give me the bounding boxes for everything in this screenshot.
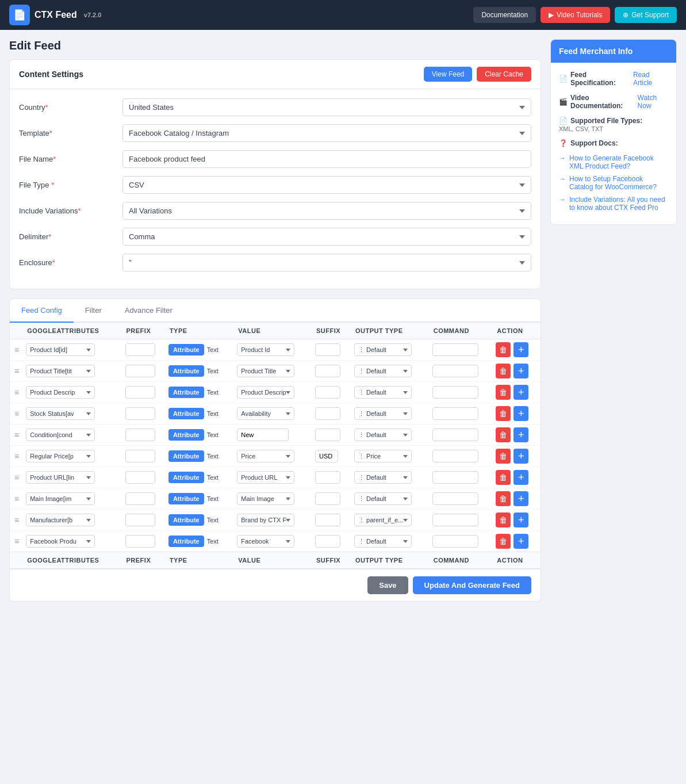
value-select[interactable]: Brand by CTX F: [237, 514, 294, 526]
prefix-input[interactable]: [125, 343, 155, 356]
drag-handle-icon[interactable]: ≡: [12, 452, 21, 461]
attribute-button[interactable]: Attribute: [168, 408, 204, 419]
prefix-input[interactable]: [125, 471, 155, 484]
command-input[interactable]: [432, 492, 478, 505]
suffix-input[interactable]: [315, 471, 340, 484]
attribute-button[interactable]: Attribute: [168, 365, 204, 377]
delimiter-select[interactable]: Comma Tab Semicolon: [122, 228, 531, 246]
suffix-input[interactable]: [315, 514, 340, 526]
output-select[interactable]: ⋮ Default: [354, 492, 412, 505]
output-select[interactable]: ⋮ Price: [354, 450, 412, 462]
add-button[interactable]: +: [513, 534, 528, 549]
support-link-3[interactable]: → Include Variations: All you need to kn…: [559, 196, 668, 212]
drag-handle-icon[interactable]: ≡: [12, 494, 21, 503]
attribute-button[interactable]: Attribute: [168, 493, 204, 504]
file-name-input[interactable]: [122, 150, 531, 168]
add-button[interactable]: +: [513, 385, 528, 400]
suffix-input[interactable]: [315, 365, 340, 377]
add-button[interactable]: +: [513, 406, 528, 421]
delete-button[interactable]: 🗑: [496, 491, 511, 506]
add-button[interactable]: +: [513, 449, 528, 464]
output-select[interactable]: ⋮ Default: [354, 365, 412, 377]
get-support-button[interactable]: ⊕ Get Support: [615, 7, 677, 23]
suffix-input[interactable]: [315, 450, 338, 462]
generate-button[interactable]: Update And Generate Feed: [413, 576, 531, 594]
command-input[interactable]: [432, 471, 478, 484]
value-select[interactable]: Price: [237, 450, 294, 462]
country-select[interactable]: United States United Kingdom Canada: [122, 98, 531, 116]
enclosure-select[interactable]: " ' None: [122, 254, 531, 271]
add-button[interactable]: +: [513, 491, 528, 506]
output-select[interactable]: ⋮ Default: [354, 471, 412, 484]
google-attr-select[interactable]: Regular Price[p: [26, 450, 95, 462]
delete-button[interactable]: 🗑: [496, 342, 511, 357]
google-attr-select[interactable]: Product Descrip: [26, 386, 95, 399]
attribute-button[interactable]: Attribute: [168, 387, 204, 398]
attribute-button[interactable]: Attribute: [168, 429, 204, 441]
command-input[interactable]: [432, 386, 478, 399]
command-input[interactable]: [432, 429, 478, 441]
output-select[interactable]: ⋮ Default: [354, 386, 412, 399]
drag-handle-icon[interactable]: ≡: [12, 409, 21, 418]
drag-handle-icon[interactable]: ≡: [12, 473, 21, 482]
spec-read-article-link[interactable]: Read Article: [633, 71, 668, 87]
add-button[interactable]: +: [513, 342, 528, 357]
delete-button[interactable]: 🗑: [496, 385, 511, 400]
video-tutorials-button[interactable]: ▶ Video Tutorials: [541, 7, 610, 23]
support-link-2[interactable]: → How to Setup Facebook Catalog for WooC…: [559, 175, 668, 191]
drag-handle-icon[interactable]: ≡: [12, 366, 21, 376]
prefix-input[interactable]: [125, 514, 155, 526]
output-select[interactable]: ⋮ Default: [354, 535, 412, 548]
support-link-1[interactable]: → How to Generate Facebook XML Product F…: [559, 154, 668, 170]
tab-filter[interactable]: Filter: [74, 299, 113, 323]
attribute-button[interactable]: Attribute: [168, 514, 204, 526]
add-button[interactable]: +: [513, 427, 528, 442]
google-attr-select[interactable]: Product Title[tit: [26, 365, 95, 377]
delete-button[interactable]: 🗑: [496, 427, 511, 442]
prefix-input[interactable]: [125, 429, 155, 441]
drag-handle-icon[interactable]: ≡: [12, 388, 21, 397]
add-button[interactable]: +: [513, 470, 528, 485]
suffix-input[interactable]: [315, 492, 340, 505]
template-select[interactable]: Facebook Catalog / Instagram Google Shop…: [122, 124, 531, 142]
delete-button[interactable]: 🗑: [496, 406, 511, 421]
drag-handle-icon[interactable]: ≡: [12, 515, 21, 525]
suffix-input[interactable]: [315, 535, 340, 548]
value-select[interactable]: Product Id: [237, 343, 294, 356]
prefix-input[interactable]: [125, 365, 155, 377]
delete-button[interactable]: 🗑: [496, 364, 511, 378]
delete-button[interactable]: 🗑: [496, 470, 511, 485]
attribute-button[interactable]: Attribute: [168, 472, 204, 483]
drag-handle-icon[interactable]: ≡: [12, 537, 21, 546]
add-button[interactable]: +: [513, 513, 528, 527]
command-input[interactable]: [432, 343, 478, 356]
suffix-input[interactable]: [315, 343, 340, 356]
command-input[interactable]: [432, 407, 478, 420]
include-variations-select[interactable]: All Variations None Only Parent: [122, 202, 531, 220]
google-attr-select[interactable]: Product URL[lin: [26, 471, 95, 484]
value-select[interactable]: Product URL: [237, 471, 294, 484]
prefix-input[interactable]: [125, 492, 155, 505]
value-select[interactable]: Main Image: [237, 492, 294, 505]
save-button[interactable]: Save: [367, 576, 408, 594]
add-button[interactable]: +: [513, 364, 528, 378]
drag-handle-icon[interactable]: ≡: [12, 345, 21, 354]
google-attr-select[interactable]: Facebook Produ: [26, 535, 95, 548]
command-input[interactable]: [432, 450, 478, 462]
command-input[interactable]: [432, 514, 478, 526]
delete-button[interactable]: 🗑: [496, 513, 511, 527]
command-input[interactable]: [432, 535, 478, 548]
suffix-input[interactable]: [315, 386, 340, 399]
file-type-select[interactable]: CSV XML TXT: [122, 176, 531, 194]
tab-advance-filter[interactable]: Advance Filter: [113, 299, 184, 323]
video-watch-now-link[interactable]: Watch Now: [638, 94, 668, 110]
suffix-input[interactable]: [315, 407, 340, 420]
google-attr-select[interactable]: Condition[cond: [26, 429, 95, 441]
prefix-input[interactable]: [125, 386, 155, 399]
value-select[interactable]: Product Title: [237, 365, 294, 377]
prefix-input[interactable]: [125, 450, 155, 462]
value-select[interactable]: Facebook: [237, 535, 294, 548]
view-feed-button[interactable]: View Feed: [424, 67, 472, 82]
google-attr-select[interactable]: Product Id[id]: [26, 343, 95, 356]
attribute-button[interactable]: Attribute: [168, 450, 204, 462]
